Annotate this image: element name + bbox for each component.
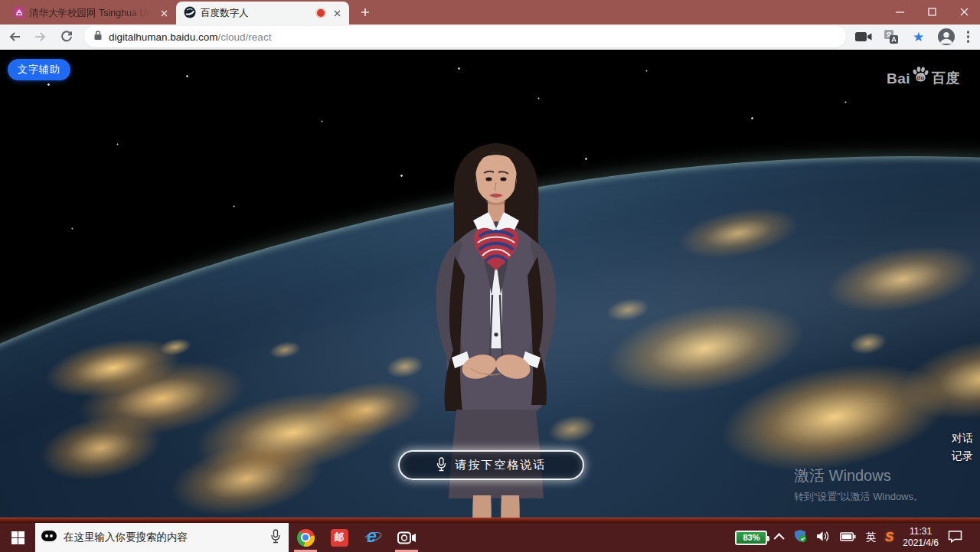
tab-title: 清华大学校园网 Tsinghua Univ xyxy=(29,7,153,20)
url-text: digitalhuman.baidu.com/cloud/react xyxy=(109,31,271,43)
start-button[interactable] xyxy=(0,523,35,552)
baidu-paw-icon: du xyxy=(911,65,929,87)
globe-favicon-icon xyxy=(184,6,196,21)
back-button[interactable] xyxy=(3,26,26,47)
digital-human-page: 文字辅助 Bai du 百度 请按下空格说话 对话 记录 激活 Windows … xyxy=(0,50,980,523)
bookmark-star-icon[interactable]: ★ xyxy=(909,27,929,47)
watermark-line2: 转到“设置”以激活 Windows。 xyxy=(794,490,923,504)
dialog-record-toggle: 对话 记录 xyxy=(952,430,973,465)
battery-tray-icon[interactable] xyxy=(840,531,856,544)
push-to-talk-pill[interactable]: 请按下空格说话 xyxy=(398,450,584,480)
sogou-input-icon[interactable]: S xyxy=(885,530,893,545)
tray-expand-chevron-icon[interactable] xyxy=(774,533,785,544)
browser-titlebar: 清华大学校园网 Tsinghua Univ 百度数字人 xyxy=(0,0,980,24)
reload-button[interactable] xyxy=(55,26,78,47)
action-center-icon[interactable] xyxy=(948,530,962,546)
translate-extension-icon[interactable] xyxy=(881,27,901,47)
baidu-logo-bai: Bai xyxy=(887,70,910,87)
internet-explorer-taskbar-icon[interactable]: e xyxy=(356,523,390,552)
search-mic-icon[interactable] xyxy=(270,529,281,547)
baidu-logo-cn: 百度 xyxy=(932,69,960,87)
search-placeholder: 在这里输入你要搜索的内容 xyxy=(64,531,263,544)
close-button[interactable] xyxy=(948,0,980,23)
text-assist-button[interactable]: 文字辅助 xyxy=(8,59,70,80)
dialog-label[interactable]: 对话 xyxy=(952,430,973,447)
chrome-taskbar-icon[interactable] xyxy=(289,523,322,552)
cortana-search-icon xyxy=(41,530,57,545)
profile-avatar[interactable] xyxy=(936,27,956,47)
battery-percentage-widget[interactable]: 83% xyxy=(735,531,767,545)
clock-date: 2021/4/6 xyxy=(903,537,939,549)
new-tab-button[interactable] xyxy=(355,2,375,22)
toolbar-actions: ★ xyxy=(854,27,980,47)
maximize-button[interactable] xyxy=(916,0,948,23)
tab-title: 百度数字人 xyxy=(201,7,312,20)
microphone-icon xyxy=(436,457,446,474)
svg-text:du: du xyxy=(916,74,924,81)
podium-desk xyxy=(0,518,980,523)
clock-time: 11:31 xyxy=(903,526,939,537)
minimize-button[interactable] xyxy=(884,0,916,23)
camera-extension-icon[interactable] xyxy=(854,27,874,47)
pinned-apps: 邮 e xyxy=(289,523,423,552)
screen: 清华大学校园网 Tsinghua Univ 百度数字人 xyxy=(0,0,980,552)
taskbar-clock[interactable]: 11:31 2021/4/6 xyxy=(903,526,939,549)
tab-close-icon[interactable] xyxy=(331,7,343,19)
volume-icon[interactable] xyxy=(816,531,831,545)
tsinghua-favicon-icon xyxy=(14,7,24,20)
tab-close-icon[interactable] xyxy=(158,7,170,19)
windows-taskbar: 在这里输入你要搜索的内容 邮 e 83% 英 xyxy=(0,523,980,552)
input-language-indicator[interactable]: 英 xyxy=(865,531,876,544)
tab-tsinghua[interactable]: 清华大学校园网 Tsinghua Univ xyxy=(6,2,176,24)
windows-activation-watermark: 激活 Windows 转到“设置”以激活 Windows。 xyxy=(794,465,923,504)
system-tray: 83% 英 S 11:31 2021/4/6 xyxy=(735,523,980,552)
baidu-logo: Bai du 百度 xyxy=(887,65,960,87)
address-bar[interactable]: digitalhuman.baidu.com/cloud/react xyxy=(84,26,846,47)
tab-baidu-digital-human[interactable]: 百度数字人 xyxy=(176,2,349,24)
record-label[interactable]: 记录 xyxy=(952,447,973,465)
recording-indicator-icon xyxy=(317,9,325,17)
forward-button[interactable] xyxy=(29,26,52,47)
push-to-talk-label: 请按下空格说话 xyxy=(456,458,547,472)
camera-taskbar-icon[interactable] xyxy=(390,523,423,552)
watermark-line1: 激活 Windows xyxy=(794,465,923,486)
lock-icon xyxy=(93,30,103,44)
window-controls xyxy=(884,0,980,23)
taskbar-search-box[interactable]: 在这里输入你要搜索的内容 xyxy=(35,523,289,552)
windows-security-icon[interactable] xyxy=(793,529,807,546)
browser-toolbar: digitalhuman.baidu.com/cloud/react ★ xyxy=(0,24,980,50)
browser-menu-icon[interactable] xyxy=(964,28,973,46)
mail-taskbar-icon[interactable]: 邮 xyxy=(322,523,356,552)
